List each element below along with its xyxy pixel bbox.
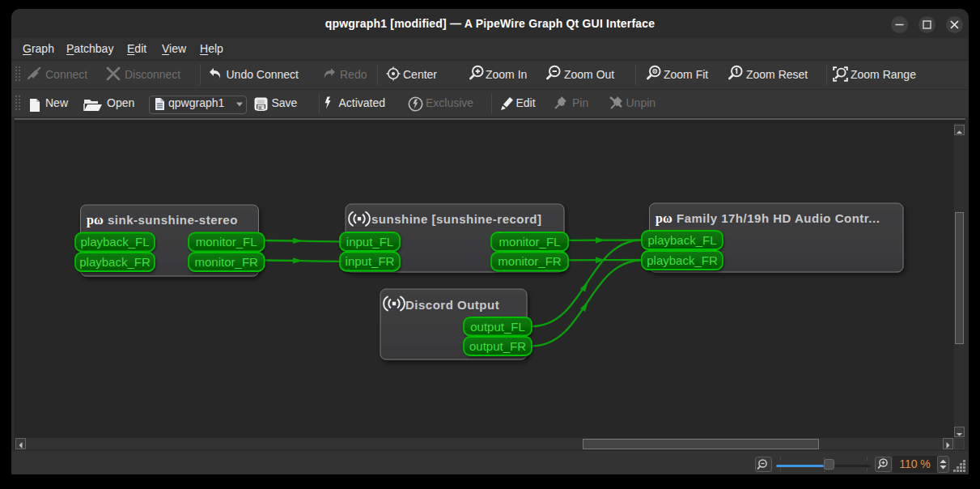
svg-text:monitor_FR: monitor_FR xyxy=(498,254,562,268)
svg-text:input_FR: input_FR xyxy=(346,254,395,268)
svg-text:playback_FL: playback_FL xyxy=(80,235,149,249)
svg-text:playback_FR: playback_FR xyxy=(647,253,718,267)
svg-text:pω: pω xyxy=(87,213,104,227)
svg-text:sink-sunshine-stereo: sink-sunshine-stereo xyxy=(108,213,238,227)
svg-text:output_FL: output_FL xyxy=(470,320,525,334)
svg-text:monitor_FR: monitor_FR xyxy=(195,255,259,269)
svg-text:playback_FR: playback_FR xyxy=(79,255,151,269)
svg-text:Family 17h/19h HD Audio Contr.: Family 17h/19h HD Audio Contr... xyxy=(677,211,880,225)
svg-text:output_FR: output_FR xyxy=(469,339,526,353)
svg-text:sunshine [sunshine-record]: sunshine [sunshine-record] xyxy=(371,212,542,226)
svg-text:Discord Output: Discord Output xyxy=(405,298,499,312)
svg-text:pω: pω xyxy=(655,211,672,226)
svg-text:input_FL: input_FL xyxy=(346,235,393,249)
svg-text:monitor_FL: monitor_FL xyxy=(499,235,561,249)
svg-text:monitor_FL: monitor_FL xyxy=(196,235,257,249)
svg-text:playback_FL: playback_FL xyxy=(647,233,716,247)
